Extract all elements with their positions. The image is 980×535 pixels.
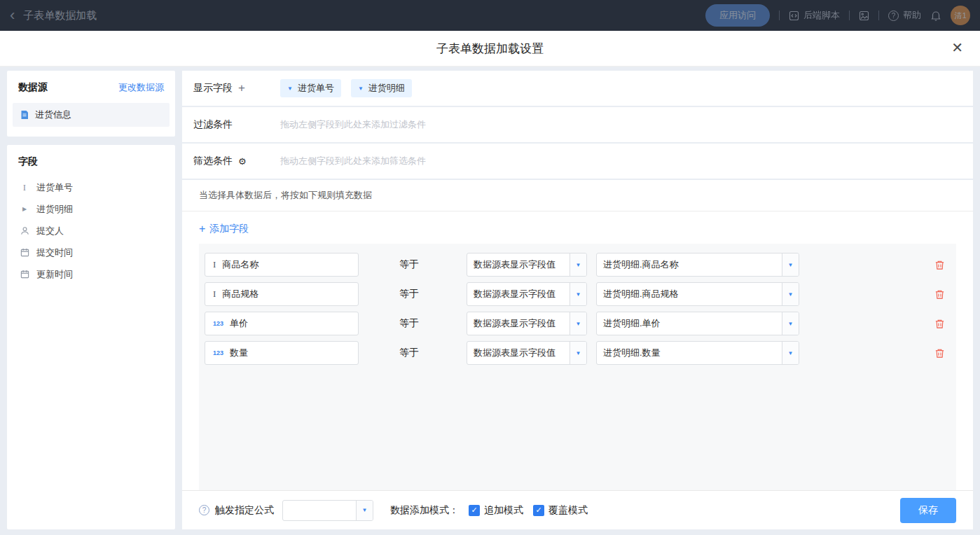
sidebar-field-item[interactable]: 更新时间: [7, 263, 175, 285]
divider: [779, 11, 780, 20]
back-icon[interactable]: ‹: [10, 8, 15, 23]
help-label: 帮助: [903, 9, 921, 22]
chevron-down-icon: ▼: [358, 85, 364, 92]
sidebar-field-item[interactable]: 提交时间: [7, 242, 175, 263]
screen-dropzone[interactable]: 筛选条件 ⚙ 拖动左侧字段到此处来添加筛选条件: [182, 144, 973, 179]
modal-body: 数据源 更改数据源 进货信息 字段 I 进货单号 ▶ 进货明细: [0, 67, 980, 535]
datasource-item[interactable]: 进货信息: [13, 103, 170, 127]
filter-placeholder: 拖动左侧字段到此处来添加过滤条件: [280, 118, 426, 131]
rule-row: I 商品规格 等于 数据源表显示字段值 ▼ 进货明细.商品规格 ▼: [205, 282, 951, 306]
text-field-icon: I: [213, 289, 216, 300]
rule-value-select[interactable]: 进货明细.数量 ▼: [596, 341, 799, 365]
avatar[interactable]: 清1: [951, 6, 970, 25]
add-display-field-button[interactable]: +: [238, 81, 245, 95]
fields-card: 字段 I 进货单号 ▶ 进货明细 提交人 提交时间: [7, 145, 175, 529]
info-text: 当选择具体数据后，将按如下规则填充数据: [182, 180, 973, 211]
display-field-tag-label: 进货单号: [298, 82, 334, 95]
rule-value-value: 进货明细.数量: [597, 347, 782, 359]
delete-icon[interactable]: [934, 348, 945, 359]
document-icon: [20, 110, 29, 120]
filter-dropzone[interactable]: 过滤条件 拖动左侧字段到此处来添加过滤条件: [182, 107, 973, 142]
backend-script-button[interactable]: 后端脚本: [789, 9, 840, 22]
plus-icon: +: [199, 223, 205, 235]
modal-title: 子表单数据加载设置: [436, 41, 544, 57]
chevron-down-icon: ▼: [570, 342, 586, 364]
delete-icon[interactable]: [934, 289, 945, 300]
overwrite-mode-checkbox[interactable]: ✓: [533, 505, 544, 516]
chevron-down-icon: ▼: [570, 253, 586, 276]
text-field-icon: I: [213, 259, 216, 270]
display-fields-row: 显示字段 + ▼ 进货单号 ▼ 进货明细: [182, 71, 973, 106]
chevron-down-icon: ▼: [782, 283, 799, 305]
topbar-title: 子表单数据加载: [23, 9, 97, 22]
rule-value-select[interactable]: 进货明细.商品名称 ▼: [596, 253, 799, 277]
fields-title: 字段: [7, 155, 175, 176]
rule-field-label: 单价: [230, 317, 248, 330]
rule-operator: 等于: [399, 347, 467, 359]
rule-value-select[interactable]: 进货明细.商品规格 ▼: [596, 282, 799, 306]
overwrite-mode-label[interactable]: 覆盖模式: [548, 504, 588, 517]
add-field-button[interactable]: + 添加字段: [199, 211, 956, 244]
display-field-tag-label: 进货明细: [368, 82, 405, 95]
sidebar-field-item[interactable]: I 进货单号: [7, 176, 175, 198]
rule-source-value: 数据源表显示字段值: [467, 347, 570, 359]
rule-field[interactable]: I 商品名称: [205, 253, 359, 277]
close-icon[interactable]: ✕: [951, 41, 963, 55]
rule-source-value: 数据源表显示字段值: [467, 288, 570, 300]
backend-script-label: 后端脚本: [803, 9, 840, 22]
rule-field[interactable]: I 商品规格: [205, 282, 359, 306]
append-mode-checkbox[interactable]: ✓: [469, 505, 480, 516]
divider: [849, 11, 850, 20]
delete-icon[interactable]: [934, 319, 945, 329]
chevron-down-icon: ▼: [356, 501, 373, 520]
datasource-title: 数据源: [18, 81, 48, 94]
rule-value-value: 进货明细.商品规格: [597, 288, 782, 300]
save-button[interactable]: 保存: [900, 498, 956, 523]
bell-icon[interactable]: [930, 10, 941, 21]
datasource-card: 数据源 更改数据源 进货信息: [7, 71, 175, 137]
number-field-icon: 123: [213, 349, 223, 356]
sidebar-field-item[interactable]: ▶ 进货明细: [7, 198, 175, 220]
rule-source-select[interactable]: 数据源表显示字段值 ▼: [467, 253, 587, 277]
sidebar-field-item[interactable]: 提交人: [7, 220, 175, 242]
gear-icon[interactable]: ⚙: [238, 156, 247, 167]
code-icon: [789, 11, 799, 21]
modal-header: 子表单数据加载设置 ✕: [0, 31, 980, 67]
help-icon[interactable]: ?: [199, 505, 209, 515]
rule-field[interactable]: 123 数量: [205, 341, 359, 365]
chevron-down-icon: ▼: [782, 312, 799, 335]
rule-field[interactable]: 123 单价: [205, 312, 359, 335]
rule-source-select[interactable]: 数据源表显示字段值 ▼: [467, 341, 587, 365]
append-mode-label[interactable]: 追加模式: [484, 504, 523, 517]
modal-footer: ? 触发指定公式 ▼ 数据添加模式： ✓ 追加模式 ✓ 覆盖模式 保存: [182, 490, 973, 529]
rule-field-label: 商品名称: [222, 258, 258, 271]
sidebar: 数据源 更改数据源 进货信息 字段 I 进货单号 ▶ 进货明细: [7, 71, 175, 529]
field-label: 更新时间: [36, 268, 73, 281]
chevron-down-icon: ▼: [782, 342, 799, 364]
change-datasource-link[interactable]: 更改数据源: [118, 81, 164, 94]
rule-value-select[interactable]: 进货明细.单价 ▼: [596, 312, 799, 335]
person-icon: [20, 226, 29, 235]
rule-row: 123 单价 等于 数据源表显示字段值 ▼ 进货明细.单价 ▼: [205, 312, 951, 335]
rule-source-select[interactable]: 数据源表显示字段值 ▼: [467, 282, 587, 306]
mode-label: 数据添加模式：: [390, 504, 459, 517]
rule-operator: 等于: [399, 258, 467, 271]
subform-icon: ▶: [20, 206, 29, 212]
display-field-tag[interactable]: ▼ 进货单号: [280, 79, 341, 97]
divider: [878, 11, 879, 20]
chevron-down-icon: ▼: [782, 253, 799, 276]
rule-source-select[interactable]: 数据源表显示字段值 ▼: [467, 312, 587, 335]
display-field-tag[interactable]: ▼ 进货明细: [351, 79, 412, 97]
main-panel: 显示字段 + ▼ 进货单号 ▼ 进货明细 过滤条件 拖动左侧字段到此处来添加过滤…: [182, 71, 973, 529]
gallery-icon[interactable]: [859, 11, 869, 21]
help-button[interactable]: ? 帮助: [888, 9, 921, 22]
delete-icon[interactable]: [934, 260, 945, 270]
app-access-button[interactable]: 应用访问: [705, 4, 770, 27]
screen-placeholder: 拖动左侧字段到此处来添加筛选条件: [280, 155, 426, 167]
field-label: 提交时间: [36, 246, 73, 259]
formula-label: 触发指定公式: [215, 504, 274, 517]
rule-operator: 等于: [399, 317, 467, 330]
formula-select[interactable]: ▼: [282, 500, 373, 521]
calendar-icon: [20, 248, 29, 257]
topbar: ‹ 子表单数据加载 应用访问 后端脚本 ? 帮助 清1: [0, 0, 980, 31]
